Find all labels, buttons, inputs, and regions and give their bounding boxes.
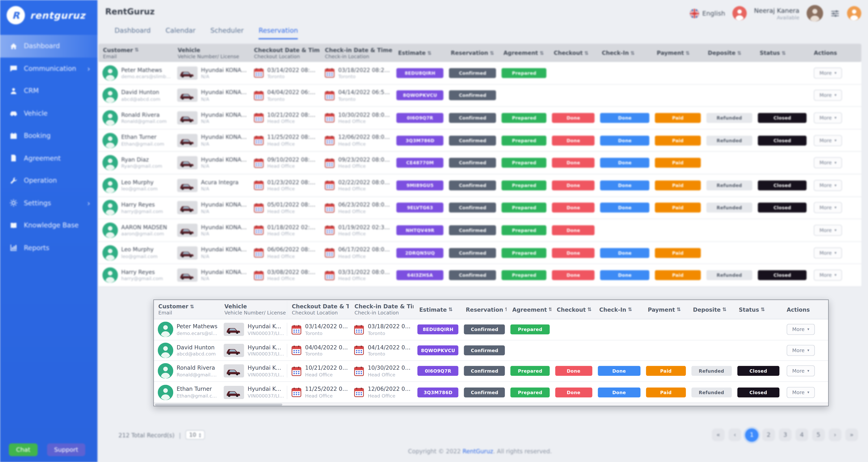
- sort-icon[interactable]: ⇅: [685, 50, 690, 56]
- more-button[interactable]: More▾: [814, 67, 842, 79]
- more-button[interactable]: More▾: [814, 157, 842, 168]
- sidebar-item-communication[interactable]: Communication›: [0, 57, 97, 80]
- sidebar-item-operation[interactable]: Operation: [0, 170, 97, 192]
- user-photo-avatar[interactable]: [807, 5, 823, 22]
- sort-icon[interactable]: ⇅: [448, 307, 453, 312]
- deposite-pill: Refunded: [706, 180, 753, 190]
- customer-text: David Huntonabcd@abcd.com: [177, 344, 216, 357]
- more-button[interactable]: More▾: [814, 202, 842, 213]
- column-header-checkout: Checkout⇅: [552, 304, 595, 315]
- more-button[interactable]: More▾: [814, 113, 842, 123]
- total-records: 212 Total Record(s): [119, 432, 175, 438]
- checkin-cell: Done: [597, 203, 652, 213]
- tab-dashboard[interactable]: Dashboard: [115, 27, 151, 39]
- first-page-button[interactable]: «: [712, 429, 725, 441]
- last-page-button[interactable]: »: [845, 429, 858, 441]
- customer-email: harry@gmail.com: [121, 209, 163, 214]
- agreement-icon: [9, 154, 18, 162]
- sort-icon[interactable]: ⇅: [737, 50, 741, 56]
- user-menu[interactable]: Neeraj Kanera Available: [754, 6, 799, 20]
- checkout-pill: Done: [555, 387, 592, 397]
- agreement-pill: Prepared: [502, 225, 547, 235]
- page-button-2[interactable]: 2: [762, 429, 775, 441]
- sort-icon[interactable]: ⇅: [490, 50, 494, 56]
- sort-icon[interactable]: ⇅: [630, 50, 634, 56]
- sort-icon[interactable]: ⇅: [549, 307, 551, 312]
- horizontal-scrollbar[interactable]: [154, 403, 828, 406]
- customer-cell: Harry Reyesharry@gmail.com: [98, 268, 173, 283]
- date-value: 03/18/2022 08:29 P...: [338, 67, 392, 73]
- table-body: Peter Mathewsdemo.ecars@slimba...Hyundai…: [98, 62, 861, 287]
- next-page-button[interactable]: ›: [829, 429, 842, 441]
- checkout-date-cell: 03/08/2022 08:00 ...Head Office: [250, 269, 320, 281]
- sort-icon[interactable]: ⇅: [761, 307, 765, 312]
- page-button-5[interactable]: 5: [812, 429, 825, 441]
- sort-icon[interactable]: ⇅: [505, 307, 507, 312]
- user-orange-avatar-icon[interactable]: [847, 6, 861, 21]
- prev-page-button[interactable]: ‹: [728, 429, 741, 441]
- language-selector[interactable]: English: [689, 8, 725, 18]
- sort-icon[interactable]: ⇅: [782, 50, 786, 56]
- page-button-4[interactable]: 4: [796, 429, 808, 441]
- sort-icon[interactable]: ⇅: [134, 47, 139, 53]
- footer-brand-link[interactable]: RentGuruz: [463, 448, 493, 455]
- customer-name: Ronald Rivera: [177, 365, 218, 371]
- sort-icon[interactable]: ⇅: [190, 304, 194, 309]
- sidebar-item-reports[interactable]: Reports: [0, 237, 97, 259]
- sort-icon[interactable]: ⇅: [677, 307, 681, 312]
- notification-avatar-icon[interactable]: [733, 6, 747, 21]
- actions-cell: More▾: [809, 135, 861, 146]
- page-button-3[interactable]: 3: [779, 429, 792, 441]
- sort-icon[interactable]: ⇅: [584, 50, 588, 56]
- customer-avatar: [102, 245, 118, 260]
- sidebar-item-label: Dashboard: [24, 42, 60, 50]
- chat-button[interactable]: Chat: [9, 443, 37, 456]
- sort-icon[interactable]: ⇅: [587, 307, 592, 312]
- tab-reservation[interactable]: Reservation: [259, 27, 298, 39]
- sort-icon[interactable]: ⇅: [540, 50, 544, 56]
- tab-calendar[interactable]: Calendar: [165, 27, 195, 39]
- more-button[interactable]: More▾: [787, 366, 815, 377]
- estimate-pill: 9MI89GU5: [397, 180, 444, 190]
- vehicle-number: N/A: [201, 209, 247, 214]
- sidebar-item-booking[interactable]: Booking: [0, 124, 97, 147]
- column-label: Deposite⇅: [708, 50, 754, 56]
- more-button[interactable]: More▾: [814, 247, 842, 258]
- sidebar-item-knowledge-base[interactable]: Knowledge Base: [0, 214, 97, 237]
- page-size-stepper-icon[interactable]: ▲▼: [199, 432, 201, 438]
- sort-icon[interactable]: ⇅: [722, 307, 726, 312]
- sidebar-item-settings[interactable]: Settings›: [0, 192, 97, 214]
- sort-icon[interactable]: ⇅: [427, 50, 431, 56]
- more-button[interactable]: More▾: [787, 387, 815, 398]
- more-button[interactable]: More▾: [814, 180, 842, 191]
- scrollbar-thumb[interactable]: [155, 404, 282, 406]
- sort-icon[interactable]: ⇅: [628, 307, 632, 312]
- filter-sliders-icon[interactable]: [830, 8, 840, 18]
- vehicle-text: Hyundai KONA EVN/A: [201, 269, 247, 281]
- vehicle-name: Hyundai KONA EV: [201, 157, 247, 163]
- sidebar-item-dashboard[interactable]: Dashboard: [0, 35, 97, 57]
- calendar-icon: [324, 247, 335, 258]
- sidebar-item-agreement[interactable]: Agreement: [0, 147, 97, 170]
- agreement-pill: Prepared: [510, 325, 549, 335]
- date-text: 04/14/2022 06:53 A...Toronto: [368, 344, 412, 357]
- more-button[interactable]: More▾: [787, 324, 815, 335]
- more-button[interactable]: More▾: [787, 345, 815, 356]
- more-button[interactable]: More▾: [814, 90, 842, 101]
- more-button[interactable]: More▾: [814, 225, 842, 236]
- tab-scheduler[interactable]: Scheduler: [211, 27, 244, 39]
- vehicle-text: Hyundai KONA EVVIN000037/LIC0037: [248, 386, 284, 399]
- vehicle-number: VIN000037/LIC0037: [248, 351, 284, 357]
- page-button-1[interactable]: 1: [745, 428, 758, 442]
- sidebar-item-crm[interactable]: CRM: [0, 80, 97, 102]
- page-size-select[interactable]: 10 ▲▼: [185, 430, 205, 440]
- sidebar-item-vehicle[interactable]: Vehicle: [0, 102, 97, 125]
- more-button[interactable]: More▾: [814, 135, 842, 146]
- estimate-cell: 3Q3M786D: [394, 135, 446, 145]
- more-button[interactable]: More▾: [814, 270, 842, 281]
- location-value: Head Office: [338, 253, 392, 259]
- actions-cell: More▾: [809, 225, 861, 236]
- checkout-date-cell: 03/14/2022 08:29 P...Toronto: [287, 323, 350, 336]
- support-button[interactable]: Support: [47, 443, 86, 456]
- column-label: Checkout⇅: [557, 306, 594, 312]
